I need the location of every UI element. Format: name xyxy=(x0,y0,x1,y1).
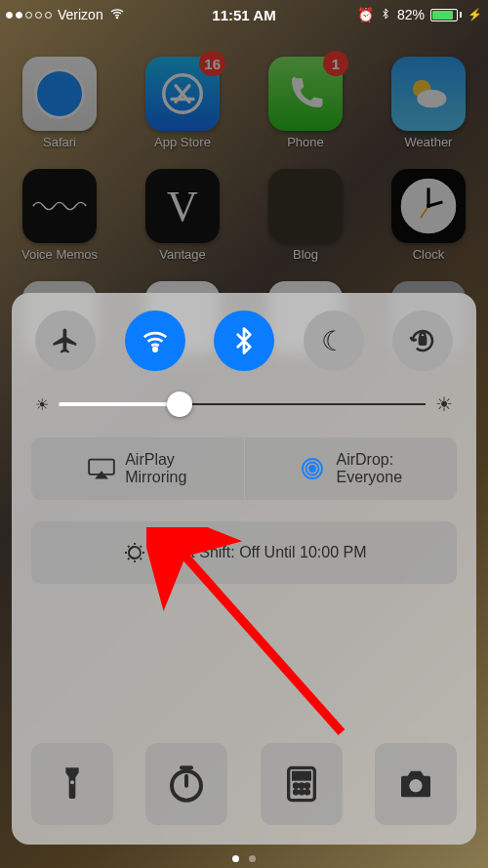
svg-rect-25 xyxy=(293,772,309,779)
quick-launch-row xyxy=(31,743,457,825)
svg-point-22 xyxy=(70,780,74,784)
svg-point-27 xyxy=(300,784,303,787)
flashlight-button[interactable] xyxy=(31,743,113,825)
orientation-lock-toggle[interactable] xyxy=(392,310,453,371)
app-voice-memos[interactable]: Voice Memos xyxy=(16,169,103,262)
weather-icon xyxy=(391,57,466,131)
night-shift-row: Night Shift: Off Until 10:00 PM xyxy=(31,521,457,584)
timer-icon xyxy=(167,765,206,804)
airdrop-button[interactable]: AirDrop: Everyone xyxy=(245,437,458,500)
clock-icon xyxy=(391,169,466,243)
signal-dots-icon xyxy=(6,12,52,19)
svg-point-7 xyxy=(417,90,446,108)
battery-pct: 82% xyxy=(397,7,425,22)
app-phone[interactable]: 1 Phone xyxy=(262,57,349,149)
svg-point-30 xyxy=(300,791,303,794)
moon-icon: ☾ xyxy=(321,325,346,357)
svg-point-0 xyxy=(116,17,117,18)
airplay-line1: AirPlay xyxy=(125,451,186,469)
app-safari[interactable]: Safari xyxy=(16,57,103,149)
bluetooth-toggle[interactable] xyxy=(214,310,274,371)
app-label: Phone xyxy=(287,135,324,149)
control-center: ☾ ☀ ☀ AirPlay Mirroring AirDrop: Everyon… xyxy=(12,293,476,845)
toggle-row: ☾ xyxy=(31,310,457,371)
svg-point-26 xyxy=(294,784,297,787)
airplay-icon xyxy=(88,457,115,480)
airdrop-line2: Everyone xyxy=(336,469,402,486)
svg-point-31 xyxy=(305,791,308,794)
carrier-label: Verizon xyxy=(58,7,103,22)
safari-icon xyxy=(22,57,97,131)
app-vantage[interactable]: V Vantage xyxy=(139,169,226,262)
app-weather[interactable]: Weather xyxy=(385,57,472,149)
airplane-mode-toggle[interactable] xyxy=(35,310,96,371)
app-label: Voice Memos xyxy=(21,247,98,262)
svg-point-29 xyxy=(294,791,297,794)
night-shift-icon xyxy=(121,541,148,564)
calculator-icon xyxy=(282,765,321,804)
page-indicator xyxy=(0,855,488,862)
svg-rect-15 xyxy=(420,337,426,345)
svg-point-14 xyxy=(153,348,157,351)
app-clock[interactable]: Clock xyxy=(385,169,472,262)
phone-icon: 1 xyxy=(268,57,343,131)
brightness-low-icon: ☀ xyxy=(35,395,49,414)
airplay-airdrop-row: AirPlay Mirroring AirDrop: Everyone xyxy=(31,437,457,500)
page-dot xyxy=(249,855,256,862)
brightness-high-icon: ☀ xyxy=(435,393,453,416)
flashlight-icon xyxy=(53,765,92,804)
night-shift-button[interactable]: Night Shift: Off Until 10:00 PM xyxy=(31,521,457,584)
wifi-toggle[interactable] xyxy=(125,310,185,371)
airdrop-icon xyxy=(299,457,326,480)
battery-icon xyxy=(430,9,462,21)
voice-memos-icon xyxy=(22,169,97,243)
airplay-mirroring-button[interactable]: AirPlay Mirroring xyxy=(31,437,244,500)
svg-point-28 xyxy=(305,784,308,787)
camera-icon xyxy=(396,765,435,804)
app-label: Blog xyxy=(293,247,318,262)
status-left: Verizon xyxy=(6,6,212,24)
bluetooth-status-icon xyxy=(380,7,391,23)
airplay-line2: Mirroring xyxy=(125,469,186,486)
app-label: Safari xyxy=(43,135,76,149)
timer-button[interactable] xyxy=(145,743,227,825)
app-appstore[interactable]: 16 App Store xyxy=(139,57,226,149)
status-time: 11:51 AM xyxy=(212,7,275,23)
appstore-icon: 16 xyxy=(145,57,220,131)
app-label: Weather xyxy=(405,135,453,149)
slider-track[interactable] xyxy=(59,403,426,405)
airdrop-line1: AirDrop: xyxy=(336,451,402,469)
svg-point-32 xyxy=(409,779,422,792)
app-label: App Store xyxy=(154,135,211,149)
alarm-icon: ⏰ xyxy=(357,7,374,22)
svg-point-18 xyxy=(309,466,315,472)
charging-icon: ⚡ xyxy=(468,8,482,21)
do-not-disturb-toggle[interactable]: ☾ xyxy=(304,310,364,371)
badge: 1 xyxy=(323,51,348,76)
calculator-button[interactable] xyxy=(261,743,343,825)
status-bar: Verizon 11:51 AM ⏰ 82% ⚡ xyxy=(0,0,488,29)
status-right: ⏰ 82% ⚡ xyxy=(276,7,482,23)
blog-icon xyxy=(268,169,343,243)
slider-thumb[interactable] xyxy=(167,392,192,417)
app-label: Vantage xyxy=(159,247,205,262)
app-blog[interactable]: Blog xyxy=(262,169,349,262)
night-shift-label: Night Shift: Off Until 10:00 PM xyxy=(158,544,366,561)
badge: 16 xyxy=(199,51,225,76)
brightness-slider[interactable]: ☀ ☀ xyxy=(31,393,457,416)
camera-button[interactable] xyxy=(375,743,457,825)
page-dot-active xyxy=(232,855,239,862)
app-label: Clock xyxy=(413,247,445,262)
wifi-status-icon xyxy=(109,6,125,24)
vantage-icon: V xyxy=(145,169,220,243)
svg-point-13 xyxy=(427,204,430,208)
